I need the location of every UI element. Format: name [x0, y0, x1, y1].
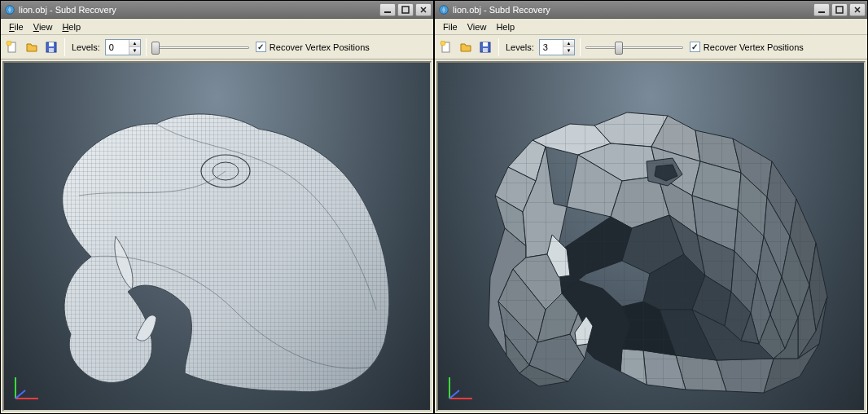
save-icon[interactable] [477, 39, 493, 55]
menu-help[interactable]: Help [491, 20, 519, 33]
levels-label: Levels: [504, 42, 536, 52]
svg-line-84 [449, 390, 459, 399]
open-folder-icon[interactable] [24, 39, 40, 55]
menu-help[interactable]: Help [57, 20, 85, 33]
menubar: File View Help [435, 19, 867, 35]
svg-rect-20 [483, 42, 488, 46]
app-icon [4, 4, 15, 15]
svg-rect-1 [384, 11, 391, 13]
spin-down-button[interactable]: ▼ [129, 47, 140, 55]
levels-slider[interactable] [585, 39, 683, 55]
minimize-button[interactable] [813, 3, 830, 16]
new-file-icon[interactable] [4, 39, 20, 55]
titlebar[interactable]: lion.obj - Subd Recovery [1, 1, 433, 19]
menu-view[interactable]: View [28, 20, 58, 33]
svg-rect-2 [402, 7, 409, 13]
maximize-button[interactable] [397, 3, 414, 16]
viewport[interactable] [436, 61, 866, 412]
app-window-left: lion.obj - Subd Recovery File View Help [0, 0, 434, 414]
axis-gizmo [445, 371, 477, 403]
svg-point-4 [7, 41, 11, 46]
toolbar: Levels: ▲ ▼ ✓ Recover Vertex Positions [1, 35, 433, 59]
menu-file[interactable]: File [438, 20, 462, 33]
window-controls [379, 3, 432, 16]
spin-up-button[interactable]: ▲ [563, 40, 574, 48]
spin-down-button[interactable]: ▼ [563, 47, 574, 55]
levels-slider[interactable] [151, 39, 249, 55]
checkbox-box[interactable]: ✓ [690, 42, 700, 52]
svg-rect-16 [836, 7, 843, 13]
app-icon [438, 4, 449, 15]
mesh-preview-low [438, 63, 864, 410]
toolbar-separator [64, 38, 65, 56]
axis-gizmo [11, 371, 43, 403]
checkbox-box[interactable]: ✓ [256, 42, 266, 52]
svg-rect-8 [14, 65, 421, 407]
levels-spinbox[interactable]: ▲ ▼ [539, 39, 575, 55]
recover-vertex-checkbox[interactable]: ✓ Recover Vertex Positions [256, 42, 370, 52]
recover-vertex-checkbox[interactable]: ✓ Recover Vertex Positions [690, 42, 804, 52]
toolbar-separator [498, 38, 499, 56]
toolbar: Levels: ▲ ▼ ✓ Recover Vertex Positions [435, 35, 867, 59]
close-button[interactable] [415, 3, 432, 16]
open-folder-icon[interactable] [458, 39, 474, 55]
levels-input[interactable] [106, 40, 129, 55]
window-controls [813, 3, 866, 16]
svg-rect-6 [49, 42, 54, 46]
svg-rect-15 [818, 11, 825, 13]
svg-rect-21 [483, 48, 488, 52]
save-icon[interactable] [43, 39, 59, 55]
window-title: lion.obj - Subd Recovery [19, 5, 379, 15]
toolbar-separator [580, 38, 581, 56]
levels-label: Levels: [70, 42, 102, 52]
menu-file[interactable]: File [4, 20, 28, 33]
close-button[interactable] [849, 3, 866, 16]
window-title: lion.obj - Subd Recovery [453, 5, 813, 15]
viewport[interactable] [2, 61, 432, 412]
svg-rect-7 [49, 48, 54, 52]
spin-up-button[interactable]: ▲ [129, 40, 140, 48]
maximize-button[interactable] [831, 3, 848, 16]
mesh-preview-high [4, 63, 430, 410]
checkbox-label: Recover Vertex Positions [704, 42, 804, 52]
svg-point-18 [441, 41, 445, 46]
app-window-right: lion.obj - Subd Recovery File View Help [434, 0, 868, 414]
menu-view[interactable]: View [462, 20, 492, 33]
minimize-button[interactable] [379, 3, 396, 16]
levels-input[interactable] [540, 40, 563, 55]
levels-spinbox[interactable]: ▲ ▼ [105, 39, 141, 55]
toolbar-separator [146, 38, 147, 56]
new-file-icon[interactable] [438, 39, 454, 55]
menubar: File View Help [1, 19, 433, 35]
checkbox-label: Recover Vertex Positions [270, 42, 370, 52]
svg-line-13 [15, 390, 25, 399]
titlebar[interactable]: lion.obj - Subd Recovery [435, 1, 867, 19]
